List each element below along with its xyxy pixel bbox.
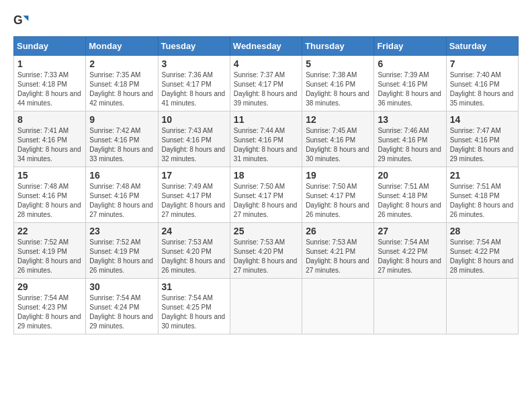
day-cell: 26Sunrise: 7:53 AM Sunset: 4:21 PM Dayli… [302, 223, 374, 279]
day-cell: 14Sunrise: 7:47 AM Sunset: 4:16 PM Dayli… [446, 111, 518, 167]
day-info: Sunrise: 7:54 AM Sunset: 4:23 PM Dayligh… [17, 294, 81, 330]
day-cell: 17Sunrise: 7:49 AM Sunset: 4:17 PM Dayli… [158, 167, 230, 223]
day-number: 14 [450, 114, 515, 125]
day-cell: 7Sunrise: 7:40 AM Sunset: 4:16 PM Daylig… [446, 56, 518, 111]
svg-marker-1 [23, 15, 28, 21]
day-number: 21 [450, 170, 515, 181]
header-day-sunday: Sunday [14, 37, 86, 56]
week-row-5: 29Sunrise: 7:54 AM Sunset: 4:23 PM Dayli… [14, 279, 519, 334]
day-cell: 22Sunrise: 7:52 AM Sunset: 4:19 PM Dayli… [14, 223, 86, 279]
day-info: Sunrise: 7:41 AM Sunset: 4:16 PM Dayligh… [17, 127, 81, 163]
day-cell: 16Sunrise: 7:48 AM Sunset: 4:16 PM Dayli… [86, 167, 158, 223]
day-number: 1 [17, 58, 82, 69]
day-info: Sunrise: 7:54 AM Sunset: 4:22 PM Dayligh… [378, 238, 441, 274]
day-cell: 8Sunrise: 7:41 AM Sunset: 4:16 PM Daylig… [14, 111, 86, 167]
week-row-4: 22Sunrise: 7:52 AM Sunset: 4:19 PM Dayli… [14, 223, 519, 279]
day-info: Sunrise: 7:43 AM Sunset: 4:16 PM Dayligh… [162, 127, 226, 163]
day-cell: 18Sunrise: 7:50 AM Sunset: 4:17 PM Dayli… [230, 167, 302, 223]
day-number: 11 [234, 114, 298, 125]
day-cell: 28Sunrise: 7:54 AM Sunset: 4:22 PM Dayli… [446, 223, 518, 279]
day-number: 30 [89, 281, 154, 292]
day-info: Sunrise: 7:54 AM Sunset: 4:25 PM Dayligh… [162, 294, 226, 330]
day-cell [374, 279, 446, 334]
day-info: Sunrise: 7:42 AM Sunset: 4:16 PM Dayligh… [89, 127, 153, 163]
day-number: 20 [378, 170, 442, 181]
day-cell: 21Sunrise: 7:51 AM Sunset: 4:18 PM Dayli… [446, 167, 518, 223]
day-info: Sunrise: 7:33 AM Sunset: 4:18 PM Dayligh… [17, 71, 81, 107]
day-info: Sunrise: 7:51 AM Sunset: 4:18 PM Dayligh… [378, 183, 441, 218]
day-cell: 29Sunrise: 7:54 AM Sunset: 4:23 PM Dayli… [14, 279, 86, 334]
day-cell: 30Sunrise: 7:54 AM Sunset: 4:24 PM Dayli… [86, 279, 158, 334]
day-cell: 23Sunrise: 7:52 AM Sunset: 4:19 PM Dayli… [86, 223, 158, 279]
day-number: 4 [234, 58, 298, 69]
day-cell: 9Sunrise: 7:42 AM Sunset: 4:16 PM Daylig… [86, 111, 158, 167]
header-day-friday: Friday [374, 37, 446, 56]
day-info: Sunrise: 7:52 AM Sunset: 4:19 PM Dayligh… [89, 238, 153, 274]
day-info: Sunrise: 7:44 AM Sunset: 4:16 PM Dayligh… [234, 127, 298, 163]
svg-text:G: G [13, 13, 23, 27]
day-cell [302, 279, 374, 334]
day-info: Sunrise: 7:38 AM Sunset: 4:16 PM Dayligh… [306, 71, 369, 107]
day-number: 15 [17, 170, 82, 181]
day-cell: 2Sunrise: 7:35 AM Sunset: 4:18 PM Daylig… [86, 56, 158, 111]
day-cell: 19Sunrise: 7:50 AM Sunset: 4:17 PM Dayli… [302, 167, 374, 223]
day-cell: 24Sunrise: 7:53 AM Sunset: 4:20 PM Dayli… [158, 223, 230, 279]
day-info: Sunrise: 7:45 AM Sunset: 4:16 PM Dayligh… [306, 127, 369, 163]
day-number: 13 [378, 114, 442, 125]
day-number: 10 [162, 114, 226, 125]
day-number: 23 [89, 226, 154, 236]
day-number: 17 [162, 170, 226, 181]
day-info: Sunrise: 7:49 AM Sunset: 4:17 PM Dayligh… [162, 183, 226, 218]
day-info: Sunrise: 7:50 AM Sunset: 4:17 PM Dayligh… [306, 183, 369, 218]
day-cell: 31Sunrise: 7:54 AM Sunset: 4:25 PM Dayli… [158, 279, 230, 334]
day-info: Sunrise: 7:37 AM Sunset: 4:17 PM Dayligh… [234, 71, 298, 107]
day-number: 7 [450, 58, 515, 69]
day-number: 2 [89, 58, 154, 69]
day-number: 16 [89, 170, 154, 181]
day-cell: 15Sunrise: 7:48 AM Sunset: 4:16 PM Dayli… [14, 167, 86, 223]
day-number: 9 [89, 114, 154, 125]
day-cell [230, 279, 302, 334]
day-number: 18 [234, 170, 298, 181]
day-info: Sunrise: 7:48 AM Sunset: 4:16 PM Dayligh… [17, 183, 81, 218]
day-info: Sunrise: 7:50 AM Sunset: 4:17 PM Dayligh… [234, 183, 298, 218]
day-info: Sunrise: 7:39 AM Sunset: 4:16 PM Dayligh… [378, 71, 441, 107]
week-row-2: 8Sunrise: 7:41 AM Sunset: 4:16 PM Daylig… [14, 111, 519, 167]
day-number: 31 [162, 281, 226, 292]
calendar-body: 1Sunrise: 7:33 AM Sunset: 4:18 PM Daylig… [14, 56, 519, 334]
day-info: Sunrise: 7:53 AM Sunset: 4:21 PM Dayligh… [306, 238, 369, 274]
day-cell: 12Sunrise: 7:45 AM Sunset: 4:16 PM Dayli… [302, 111, 374, 167]
day-cell: 3Sunrise: 7:36 AM Sunset: 4:17 PM Daylig… [158, 56, 230, 111]
day-cell: 25Sunrise: 7:53 AM Sunset: 4:20 PM Dayli… [230, 223, 302, 279]
day-cell: 6Sunrise: 7:39 AM Sunset: 4:16 PM Daylig… [374, 56, 446, 111]
day-number: 3 [162, 58, 226, 69]
logo: G [13, 13, 32, 30]
header-row: SundayMondayTuesdayWednesdayThursdayFrid… [14, 37, 519, 56]
day-cell: 13Sunrise: 7:46 AM Sunset: 4:16 PM Dayli… [374, 111, 446, 167]
logo-icon: G [13, 13, 30, 30]
week-row-3: 15Sunrise: 7:48 AM Sunset: 4:16 PM Dayli… [14, 167, 519, 223]
day-info: Sunrise: 7:54 AM Sunset: 4:22 PM Dayligh… [450, 238, 514, 274]
day-number: 8 [17, 114, 82, 125]
day-number: 22 [17, 226, 82, 236]
day-info: Sunrise: 7:51 AM Sunset: 4:18 PM Dayligh… [450, 183, 514, 218]
day-cell: 27Sunrise: 7:54 AM Sunset: 4:22 PM Dayli… [374, 223, 446, 279]
day-number: 24 [162, 226, 226, 236]
header-day-tuesday: Tuesday [158, 37, 230, 56]
day-number: 12 [306, 114, 370, 125]
week-row-1: 1Sunrise: 7:33 AM Sunset: 4:18 PM Daylig… [14, 56, 519, 111]
day-cell: 11Sunrise: 7:44 AM Sunset: 4:16 PM Dayli… [230, 111, 302, 167]
day-number: 28 [450, 226, 515, 236]
day-info: Sunrise: 7:46 AM Sunset: 4:16 PM Dayligh… [378, 127, 441, 163]
page-header: G [13, 13, 519, 30]
day-cell [446, 279, 518, 334]
day-info: Sunrise: 7:54 AM Sunset: 4:24 PM Dayligh… [89, 294, 153, 330]
day-info: Sunrise: 7:53 AM Sunset: 4:20 PM Dayligh… [234, 238, 298, 274]
day-number: 27 [378, 226, 442, 236]
day-cell: 10Sunrise: 7:43 AM Sunset: 4:16 PM Dayli… [158, 111, 230, 167]
day-number: 5 [306, 58, 370, 69]
day-info: Sunrise: 7:47 AM Sunset: 4:16 PM Dayligh… [450, 127, 514, 163]
day-number: 26 [306, 226, 370, 236]
day-number: 25 [234, 226, 298, 236]
day-cell: 1Sunrise: 7:33 AM Sunset: 4:18 PM Daylig… [14, 56, 86, 111]
